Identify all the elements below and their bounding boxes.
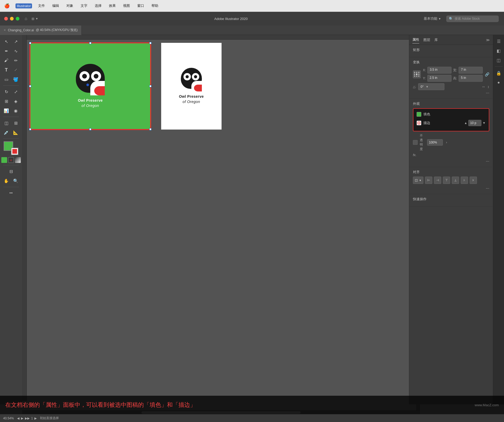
workspace-switcher[interactable]: ⊞ ▼ bbox=[32, 17, 38, 21]
free-transform-tool[interactable]: ⊞ bbox=[2, 97, 11, 106]
align-bottom[interactable]: ⊧ bbox=[470, 177, 477, 184]
color-icon[interactable] bbox=[1, 157, 7, 163]
panel-icon-appearance[interactable]: ● bbox=[495, 78, 503, 87]
handle-tl[interactable] bbox=[29, 42, 31, 44]
type-tool[interactable]: T bbox=[2, 65, 11, 74]
handle-ml[interactable] bbox=[29, 85, 31, 87]
scale-tool[interactable]: ⤢ bbox=[11, 87, 20, 96]
artboard-green[interactable]: Owl Preserve of Oregon bbox=[30, 43, 151, 130]
fx-label[interactable]: fx. bbox=[413, 153, 417, 157]
handle-bl[interactable] bbox=[29, 128, 31, 130]
home-icon[interactable]: ⌂ bbox=[25, 16, 27, 21]
menu-view[interactable]: 视图 bbox=[122, 3, 131, 9]
menu-edit[interactable]: 编辑 bbox=[51, 3, 60, 9]
align-right[interactable]: ⊤ bbox=[443, 177, 450, 184]
transform-reference-point[interactable] bbox=[413, 70, 421, 78]
direct-selection-tool[interactable]: ↗ bbox=[11, 37, 20, 46]
maximize-button[interactable] bbox=[16, 17, 19, 20]
menu-type[interactable]: 文字 bbox=[79, 3, 89, 9]
handle-mr[interactable] bbox=[149, 85, 151, 87]
handle-br[interactable] bbox=[149, 128, 151, 130]
align-more[interactable]: ··· bbox=[413, 186, 489, 191]
artboard-white[interactable]: Owl Preserve of Oregon bbox=[161, 43, 222, 130]
menu-effect[interactable]: 效果 bbox=[108, 3, 117, 9]
none-icon[interactable]: ⊘ bbox=[8, 157, 14, 163]
gradient-tool[interactable]: ◫ bbox=[2, 119, 11, 127]
rotation-input[interactable]: 0° ▼ bbox=[418, 83, 444, 90]
stroke-label[interactable]: 描边 bbox=[423, 121, 430, 125]
flip-horizontal-icon[interactable]: ↔ bbox=[482, 85, 485, 89]
line-tool[interactable]: ⟋ bbox=[11, 65, 20, 74]
align-left[interactable]: ⊢ bbox=[425, 177, 432, 184]
panel-icon-library[interactable]: ◫ bbox=[495, 56, 503, 64]
handle-tr[interactable] bbox=[149, 42, 151, 44]
appearance-more[interactable]: ··· bbox=[413, 158, 489, 164]
document-tab[interactable]: ✕ Changing_Color.ai @ 40.54% (CMYK/GPU 预… bbox=[0, 25, 82, 35]
tab-close-icon[interactable]: ✕ bbox=[4, 29, 6, 32]
more-pages[interactable]: ▶ bbox=[34, 416, 37, 420]
panel-icon-properties[interactable]: ☰ bbox=[495, 37, 503, 45]
menu-select[interactable]: 选择 bbox=[93, 3, 103, 9]
zoom-tool[interactable]: 🔍 bbox=[11, 176, 20, 185]
panel-icon-lock[interactable]: 🔒 bbox=[495, 69, 503, 77]
h-input[interactable]: 5 in bbox=[459, 75, 483, 82]
fill-label[interactable]: 填色 bbox=[423, 112, 430, 117]
stroke-up-arrow[interactable]: ▲ bbox=[464, 121, 467, 125]
tab-library[interactable]: 库 bbox=[434, 37, 438, 43]
paintbucket-tool[interactable]: 🪣 bbox=[11, 75, 20, 84]
gradient-swatch[interactable] bbox=[15, 157, 21, 163]
pencil-tool[interactable]: ✏ bbox=[11, 56, 20, 65]
panel-icon-layers[interactable]: ◧ bbox=[495, 47, 503, 55]
more-tools[interactable]: ••• bbox=[7, 189, 15, 198]
artboard-tool[interactable]: ⊟ bbox=[7, 167, 15, 176]
align-to-dropdown[interactable]: ⊡ ▼ bbox=[413, 177, 423, 184]
fill-swatch[interactable] bbox=[417, 112, 421, 117]
handle-bc[interactable] bbox=[89, 128, 91, 130]
rotate-tool[interactable]: ↻ bbox=[2, 87, 11, 96]
opacity-value[interactable]: 100% bbox=[427, 139, 443, 146]
brush-tool[interactable]: 🖌 bbox=[2, 56, 11, 65]
zoom-level[interactable]: 40.54% bbox=[3, 416, 14, 420]
menu-object[interactable]: 对象 bbox=[65, 3, 75, 9]
mesh-tool[interactable]: ⊞ bbox=[11, 119, 20, 127]
menu-illustrator[interactable]: Illustrator bbox=[15, 3, 32, 8]
menu-help[interactable]: 帮助 bbox=[150, 3, 160, 9]
opacity-expand[interactable]: › bbox=[446, 141, 447, 144]
flip-vertical-icon[interactable]: ↕ bbox=[487, 85, 489, 89]
blend-tool[interactable]: ◉ bbox=[11, 106, 20, 115]
apple-menu[interactable]: 🍎 bbox=[4, 3, 10, 9]
rectangle-tool[interactable]: ▭ bbox=[2, 75, 11, 84]
minimize-button[interactable] bbox=[10, 17, 14, 20]
y-input[interactable]: 2.5 in bbox=[427, 75, 452, 82]
puppet-warp-tool[interactable]: ◈ bbox=[11, 97, 20, 106]
measure-tool[interactable]: 📐 bbox=[11, 128, 20, 137]
next-page-2[interactable]: ▶▶ bbox=[25, 416, 30, 420]
graph-tool[interactable]: 📊 bbox=[2, 106, 11, 115]
align-center-v[interactable]: ⊦ bbox=[461, 177, 468, 184]
panel-expand-icon[interactable]: ≫ bbox=[486, 38, 490, 42]
rotation-dropdown[interactable]: ▼ bbox=[426, 85, 429, 88]
stock-search[interactable]: 🔍 搜索 Adobe Stock bbox=[446, 16, 499, 22]
selection-tool[interactable]: ↖ bbox=[2, 37, 11, 46]
stroke-swatch[interactable] bbox=[417, 121, 421, 125]
menu-window[interactable]: 窗口 bbox=[136, 3, 145, 9]
menu-file[interactable]: 文件 bbox=[37, 3, 46, 9]
eyedropper-tool[interactable]: 💉 bbox=[2, 128, 11, 137]
curvature-tool[interactable]: ∿ bbox=[11, 47, 20, 55]
stroke-color-swatch[interactable] bbox=[11, 148, 18, 155]
align-top[interactable]: ⊥ bbox=[452, 177, 459, 184]
handle-tc[interactable] bbox=[89, 42, 91, 44]
close-button[interactable] bbox=[4, 17, 8, 20]
next-page-1[interactable]: ▶ bbox=[21, 416, 23, 420]
stroke-down-arrow[interactable]: ▼ bbox=[482, 121, 486, 125]
tab-properties[interactable]: 属性 bbox=[412, 36, 419, 44]
tab-layers[interactable]: 图层 bbox=[423, 37, 430, 43]
prev-page[interactable]: ◀ bbox=[17, 416, 19, 420]
transform-more[interactable]: ··· bbox=[413, 90, 489, 96]
w-input[interactable]: 7 in bbox=[459, 67, 483, 74]
stroke-value[interactable]: 10 p bbox=[468, 120, 481, 126]
x-input[interactable]: 3.5 in bbox=[427, 67, 452, 74]
pen-tool[interactable]: ✒ bbox=[2, 47, 11, 55]
workspace-label[interactable]: 基本功能 ▼ bbox=[424, 16, 441, 21]
lock-width-height[interactable]: 🔗 bbox=[485, 72, 489, 76]
